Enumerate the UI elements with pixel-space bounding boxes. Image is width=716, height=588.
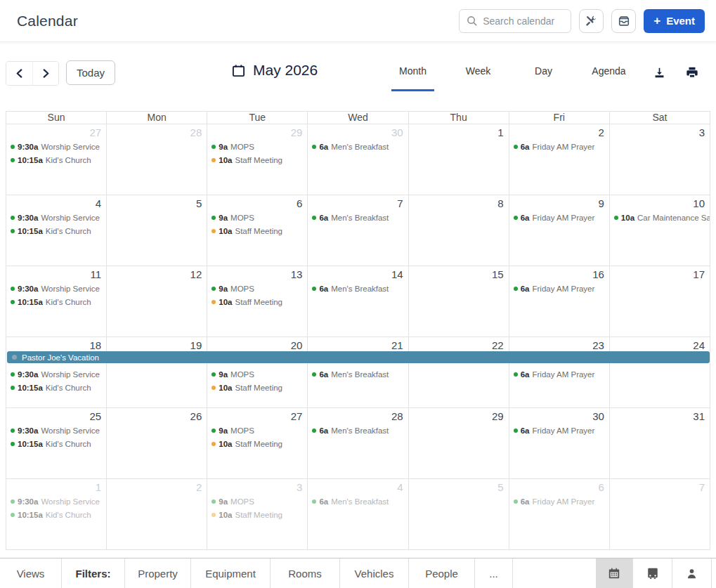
calendar-event[interactable]: 9a MOPS [207, 140, 307, 153]
calendar-event[interactable]: 10a Staff Meeting [207, 437, 307, 450]
calendar-event[interactable]: 6a Men's Breakfast [308, 140, 408, 153]
calendar-event[interactable]: 9a MOPS [207, 282, 307, 295]
day-cell[interactable]: 31 [610, 408, 710, 479]
search-input[interactable] [483, 15, 564, 27]
calendar-event[interactable]: 10a Staff Meeting [207, 508, 307, 521]
prev-month-button[interactable] [6, 62, 32, 85]
calendar-event[interactable]: 6a Men's Breakfast [308, 424, 408, 437]
day-cell[interactable]: 13 9a MOPS 10a Staff Meeting [207, 266, 308, 337]
filter-item-equipment[interactable]: Equipment [191, 558, 271, 588]
calendar-event[interactable]: 10:15a Kid's Church [6, 153, 106, 166]
day-cell[interactable]: 12 [107, 266, 207, 337]
tab-month[interactable]: Month [380, 65, 445, 81]
day-cell[interactable]: 7 6a Men's Breakfast [308, 195, 408, 266]
calendar-event[interactable]: 10:15a Kid's Church [6, 508, 106, 521]
day-cell[interactable]: 8 [409, 195, 509, 266]
search-box[interactable] [459, 9, 571, 33]
tab-agenda[interactable]: Agenda [576, 65, 642, 81]
people-view-button[interactable] [672, 558, 711, 588]
tools-button[interactable] [579, 9, 604, 33]
day-cell[interactable]: 14 6a Men's Breakfast [308, 266, 408, 337]
download-icon[interactable] [653, 66, 665, 79]
day-cell[interactable]: 5 [107, 195, 207, 266]
calendar-event[interactable]: 9:30a Worship Service [6, 495, 106, 508]
day-cell[interactable]: 1 9:30a Worship Service 10:15a Kid's Chu… [6, 479, 107, 550]
day-cell[interactable]: 25 9:30a Worship Service 10:15a Kid's Ch… [6, 408, 107, 479]
calendar-event[interactable]: 10:15a Kid's Church [6, 381, 106, 394]
calendar-event[interactable]: 6a Friday AM Prayer [509, 367, 609, 381]
calendar-event[interactable]: 9:30a Worship Service [6, 424, 106, 437]
calendar-event[interactable]: 6a Men's Breakfast [308, 495, 408, 508]
day-cell[interactable]: 10 10a Car Maintenance Saturday [610, 195, 710, 266]
calendar-event[interactable]: 6a Men's Breakfast [308, 211, 408, 224]
day-cell[interactable]: 15 [409, 266, 509, 337]
calendar-event[interactable]: 6a Friday AM Prayer [509, 282, 609, 295]
inbox-button[interactable] [611, 9, 636, 33]
tab-day[interactable]: Day [511, 65, 576, 81]
day-cell[interactable]: 2 6a Friday AM Prayer [509, 124, 610, 195]
add-event-button[interactable]: + Event [644, 9, 705, 33]
day-cell[interactable]: 23 6a Friday AM Prayer [509, 337, 610, 408]
day-cell[interactable]: 27 9a MOPS 10a Staff Meeting [207, 408, 308, 479]
calendar-event[interactable]: 10a Car Maintenance Saturday [610, 211, 710, 224]
filter-item-vehicles[interactable]: Vehicles [340, 558, 409, 588]
day-cell[interactable]: 6 6a Friday AM Prayer [509, 479, 610, 550]
day-cell[interactable]: 5 [409, 479, 509, 550]
multiday-event-banner[interactable]: Pastor Joe's Vacation [7, 351, 710, 363]
calendar-event[interactable]: 9a MOPS [207, 211, 307, 224]
calendar-event[interactable]: 10a Staff Meeting [207, 381, 307, 394]
calendar-event[interactable]: 6a Friday AM Prayer [509, 424, 609, 437]
filter-item-people[interactable]: People [409, 558, 475, 588]
calendar-event[interactable]: 6a Men's Breakfast [308, 282, 408, 295]
day-cell[interactable]: 29 [409, 408, 509, 479]
day-cell[interactable]: 4 9:30a Worship Service 10:15a Kid's Chu… [6, 195, 107, 266]
day-cell[interactable]: 3 [610, 124, 710, 195]
calendar-event[interactable]: 9a MOPS [207, 495, 307, 508]
calendar-event[interactable]: 10:15a Kid's Church [6, 224, 106, 237]
day-cell[interactable]: 11 9:30a Worship Service 10:15a Kid's Ch… [6, 266, 107, 337]
calendar-view-button[interactable] [596, 558, 632, 588]
tab-week[interactable]: Week [445, 65, 511, 81]
day-cell[interactable]: 17 [610, 266, 710, 337]
day-cell[interactable]: 22 [409, 337, 509, 408]
calendar-event[interactable]: 6a Men's Breakfast [308, 367, 408, 381]
day-cell[interactable]: 3 9a MOPS 10a Staff Meeting [207, 479, 308, 550]
day-cell[interactable]: 18 9:30a Worship Service 10:15a Kid's Ch… [6, 337, 107, 408]
today-button[interactable]: Today [66, 60, 115, 85]
day-cell[interactable]: 29 9a MOPS 10a Staff Meeting [207, 124, 308, 195]
day-cell[interactable]: 26 [107, 408, 207, 479]
calendar-event[interactable]: 10:15a Kid's Church [6, 437, 106, 450]
day-cell[interactable]: 20 9a MOPS 10a Staff Meeting [207, 337, 308, 408]
print-icon[interactable] [686, 66, 698, 79]
day-cell[interactable]: 28 [107, 124, 207, 195]
calendar-event[interactable]: 9:30a Worship Service [6, 282, 106, 295]
calendar-event[interactable]: 9:30a Worship Service [6, 367, 106, 381]
calendar-event[interactable]: 10:15a Kid's Church [6, 295, 106, 308]
day-cell[interactable]: 6 9a MOPS 10a Staff Meeting [207, 195, 308, 266]
day-cell[interactable]: 16 6a Friday AM Prayer [509, 266, 610, 337]
filter-item-views[interactable]: Views [0, 558, 62, 588]
calendar-event[interactable]: 6a Friday AM Prayer [509, 211, 609, 224]
day-cell[interactable]: 24 [610, 337, 710, 408]
day-cell[interactable]: 2 [107, 479, 207, 550]
calendar-event[interactable]: 10a Staff Meeting [207, 295, 307, 308]
next-month-button[interactable] [32, 62, 58, 85]
calendar-event[interactable]: 6a Friday AM Prayer [509, 140, 609, 153]
vehicles-view-button[interactable] [632, 558, 672, 588]
day-cell[interactable]: 28 6a Men's Breakfast [308, 408, 408, 479]
filter-item-[interactable]: ... [475, 558, 513, 588]
day-cell[interactable]: 1 [409, 124, 509, 195]
calendar-event[interactable]: 10a Staff Meeting [207, 153, 307, 166]
day-cell[interactable]: 19 [107, 337, 207, 408]
day-cell[interactable]: 9 6a Friday AM Prayer [509, 195, 610, 266]
day-cell[interactable]: 21 6a Men's Breakfast [308, 337, 408, 408]
filter-item-property[interactable]: Property [125, 558, 191, 588]
filter-item-rooms[interactable]: Rooms [271, 558, 340, 588]
day-cell[interactable]: 30 6a Men's Breakfast [308, 124, 408, 195]
calendar-event[interactable]: 10a Staff Meeting [207, 224, 307, 237]
calendar-event[interactable]: 6a Friday AM Prayer [509, 495, 609, 508]
calendar-event[interactable]: 9a MOPS [207, 367, 307, 381]
day-cell[interactable]: 27 9:30a Worship Service 10:15a Kid's Ch… [6, 124, 107, 195]
day-cell[interactable]: 7 [610, 479, 710, 550]
calendar-event[interactable]: 9:30a Worship Service [6, 140, 106, 153]
